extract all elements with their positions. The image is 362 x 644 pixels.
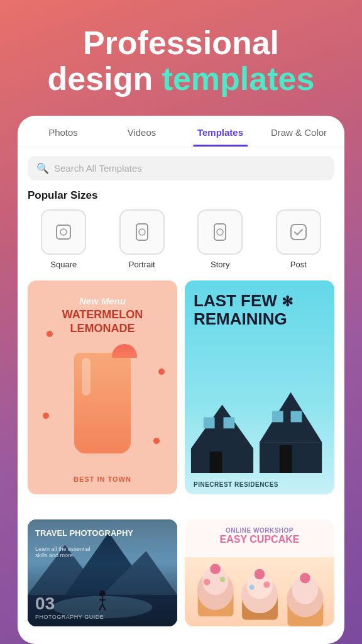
travel-sub: Learn all the essentialskills and more. bbox=[35, 546, 90, 558]
hero-highlight: templates bbox=[162, 60, 315, 97]
svg-rect-2 bbox=[136, 224, 148, 240]
dot1 bbox=[47, 331, 53, 337]
size-post-label: Post bbox=[290, 260, 307, 269]
dot2 bbox=[158, 369, 165, 375]
tab-videos[interactable]: Videos bbox=[102, 116, 181, 147]
template-card-cupcake[interactable]: ONLINE WORKSHOP EASY CUPCAKE bbox=[185, 519, 334, 626]
story-icon bbox=[210, 222, 230, 242]
hero-section: Professional design templates bbox=[35, 0, 327, 116]
svg-rect-4 bbox=[214, 224, 226, 240]
templates-grid: New Menu WATERMELONLEMONADE BEST IN TOWN… bbox=[18, 280, 344, 644]
portrait-icon bbox=[132, 222, 152, 242]
template-card-watermelon[interactable]: New Menu WATERMELONLEMONADE BEST IN TOWN bbox=[28, 280, 177, 494]
asterisk: ✻ bbox=[282, 294, 293, 309]
template-card-travel[interactable]: TRAVEL PHOTOGRAPHY Learn all the essenti… bbox=[28, 519, 177, 626]
tab-draw[interactable]: Draw & Color bbox=[260, 116, 338, 147]
svg-point-3 bbox=[139, 229, 145, 235]
pinecrest-title: LAST FEW ✻REMAINING bbox=[194, 292, 326, 328]
travel-num: 03 bbox=[35, 594, 55, 614]
travel-guide: PHOTOGRAPHY GUIDE bbox=[35, 614, 104, 620]
watermelon-script-title: New Menu bbox=[79, 296, 126, 306]
drink-glass bbox=[74, 353, 131, 453]
watermelon-slice bbox=[112, 344, 137, 358]
size-story-label: Story bbox=[211, 260, 229, 269]
svg-rect-15 bbox=[291, 411, 302, 422]
svg-point-5 bbox=[217, 229, 223, 235]
houses-svg bbox=[185, 374, 334, 476]
tab-bar: Photos Videos Templates Draw & Color bbox=[18, 116, 344, 147]
post-icon bbox=[288, 222, 309, 242]
svg-point-1 bbox=[60, 229, 67, 235]
watermelon-main-title: WATERMELONLEMONADE bbox=[62, 308, 143, 335]
size-post-icon-box bbox=[276, 209, 321, 255]
search-placeholder: Search All Templates bbox=[54, 163, 142, 174]
size-portrait-icon-box bbox=[119, 209, 165, 255]
watermelon-sub: BEST IN TOWN bbox=[74, 475, 131, 483]
size-post[interactable]: Post bbox=[263, 209, 335, 269]
size-portrait[interactable]: Portrait bbox=[106, 209, 178, 269]
svg-point-37 bbox=[255, 569, 265, 580]
template-card-pinecrest[interactable]: LAST FEW ✻REMAINING bbox=[185, 280, 334, 494]
svg-point-38 bbox=[249, 585, 254, 590]
tab-templates[interactable]: Templates bbox=[181, 116, 260, 147]
travel-title: TRAVEL PHOTOGRAPHY bbox=[35, 528, 133, 538]
svg-rect-10 bbox=[223, 417, 234, 428]
dot3 bbox=[43, 413, 49, 419]
svg-rect-6 bbox=[291, 225, 306, 240]
cupcakes-svg bbox=[185, 555, 334, 626]
cupcake-header: ONLINE WORKSHOP EASY CUPCAKE bbox=[185, 527, 334, 545]
hero-line2: design bbox=[48, 60, 162, 97]
svg-point-33 bbox=[220, 577, 225, 582]
svg-rect-16 bbox=[280, 445, 292, 474]
tab-photos[interactable]: Photos bbox=[24, 116, 102, 147]
svg-point-43 bbox=[300, 573, 310, 584]
svg-rect-9 bbox=[204, 417, 215, 428]
svg-rect-11 bbox=[210, 452, 222, 474]
phone-card: Photos Videos Templates Draw & Color 🔍 S… bbox=[18, 116, 344, 644]
pinecrest-sub: PINECREST RESIDENCES bbox=[194, 481, 278, 488]
houses-image bbox=[185, 374, 334, 474]
svg-rect-14 bbox=[272, 411, 283, 422]
cupcake-workshop: ONLINE WORKSHOP bbox=[185, 527, 334, 534]
search-bar[interactable]: 🔍 Search All Templates bbox=[28, 156, 334, 180]
square-icon bbox=[53, 222, 74, 242]
svg-point-39 bbox=[263, 582, 270, 588]
svg-marker-7 bbox=[191, 404, 253, 448]
cupcake-title: EASY CUPCAKE bbox=[185, 534, 334, 545]
hero-line1: Professional bbox=[83, 25, 279, 61]
svg-point-32 bbox=[204, 579, 210, 586]
size-story-icon-box bbox=[197, 209, 243, 255]
popular-sizes-heading: Popular Sizes bbox=[28, 189, 334, 202]
dot4 bbox=[153, 438, 160, 444]
svg-rect-0 bbox=[57, 225, 70, 239]
size-story[interactable]: Story bbox=[184, 209, 256, 269]
size-square-label: Square bbox=[50, 260, 77, 269]
search-icon: 🔍 bbox=[36, 162, 49, 174]
size-square-icon-box bbox=[41, 209, 86, 255]
size-portrait-label: Portrait bbox=[129, 260, 155, 269]
svg-point-31 bbox=[210, 564, 221, 575]
size-grid: Square Portrait Story bbox=[18, 209, 344, 269]
size-square[interactable]: Square bbox=[28, 209, 100, 269]
cupcake-bg bbox=[185, 557, 334, 626]
